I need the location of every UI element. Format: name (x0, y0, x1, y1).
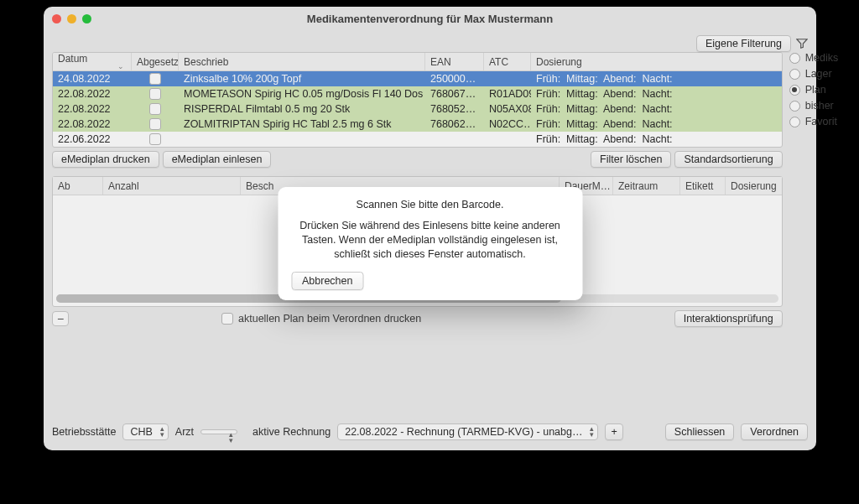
dialog-title: Scannen Sie bitte den Barcode. (291, 199, 569, 210)
cancel-button[interactable]: Abbrechen (291, 272, 363, 290)
dialog-message: Drücken Sie während des Einlesens bitte … (291, 219, 569, 262)
app-window: Medikamentenverordnung für Max Musterman… (44, 7, 816, 450)
scan-barcode-dialog: Scannen Sie bitte den Barcode. Drücken S… (278, 187, 582, 300)
